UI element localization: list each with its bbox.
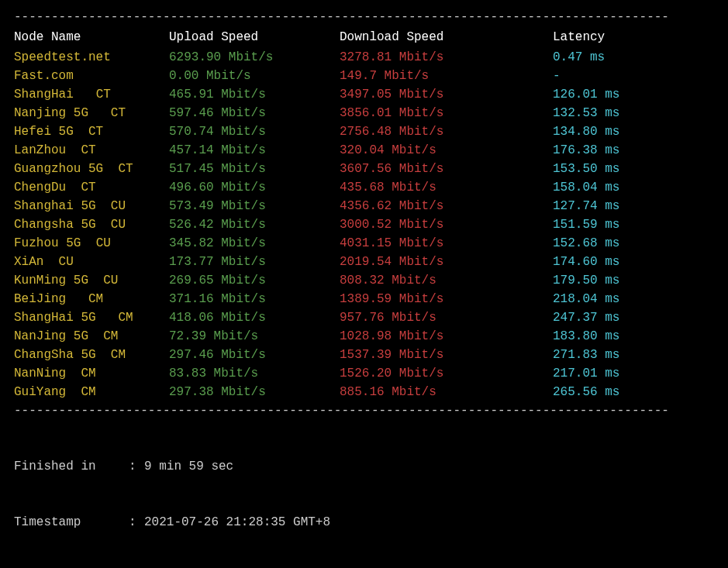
node-name: GuiYang <box>14 385 81 399</box>
upload-cell: 6293.90 Mbit/s <box>169 48 340 67</box>
table-row: NanNing CM83.83 Mbit/s1526.20 Mbit/s217.… <box>14 364 714 383</box>
download-cell: 2019.54 Mbit/s <box>340 253 553 271</box>
download-cell: 3278.81 Mbit/s <box>340 48 553 67</box>
node-name: KunMing 5G <box>14 274 103 287</box>
node-name: ShangHai <box>14 88 96 102</box>
table-row: NanJing 5G CM72.39 Mbit/s1028.98 Mbit/s1… <box>14 327 714 346</box>
download-cell: 320.04 Mbit/s <box>340 141 553 160</box>
upload-cell: 345.82 Mbit/s <box>169 234 340 253</box>
isp-label: CM <box>88 292 103 306</box>
table-row: ShangHai 5G CM418.06 Mbit/s957.76 Mbit/s… <box>14 308 714 327</box>
isp-label: CU <box>59 255 74 269</box>
isp-label: CT <box>81 181 95 194</box>
latency-cell: 174.60 ms <box>553 253 714 271</box>
isp-label: CM <box>111 348 126 362</box>
footer-block: Finished in : 9 min 59 sec Timestamp : 2… <box>14 420 714 568</box>
isp-label: CU <box>111 218 126 232</box>
node-cell: KunMing 5G CU <box>14 271 169 290</box>
latency-cell: 179.50 ms <box>553 271 714 290</box>
latency-cell: 127.74 ms <box>553 197 714 215</box>
table-row: Hefei 5G CT570.74 Mbit/s2756.48 Mbit/s13… <box>14 122 714 141</box>
node-cell: Speedtest.net <box>14 48 169 67</box>
download-cell: 885.16 Mbit/s <box>340 383 553 401</box>
download-cell: 1537.39 Mbit/s <box>340 346 553 364</box>
download-cell: 3607.56 Mbit/s <box>340 160 553 178</box>
finished-label: Finished in <box>14 457 129 476</box>
latency-cell: - <box>553 67 714 85</box>
node-cell: Guangzhou 5G CT <box>14 160 169 178</box>
download-cell: 435.68 Mbit/s <box>340 178 553 197</box>
node-cell: GuiYang CM <box>14 383 169 401</box>
table-row: GuiYang CM297.38 Mbit/s885.16 Mbit/s265.… <box>14 383 714 401</box>
upload-cell: 597.46 Mbit/s <box>169 104 340 122</box>
table-row: KunMing 5G CU269.65 Mbit/s808.32 Mbit/s1… <box>14 271 714 290</box>
node-cell: Changsha 5G CU <box>14 215 169 234</box>
node-cell: ShangHai CT <box>14 85 169 104</box>
node-cell: Nanjing 5G CT <box>14 104 169 122</box>
header-upload: Upload Speed <box>169 28 340 46</box>
timestamp-label: Timestamp <box>14 513 129 532</box>
timestamp-value: 2021-07-26 21:28:35 GMT+8 <box>144 513 330 532</box>
node-name: Fast.com <box>14 69 74 83</box>
footer-timestamp: Timestamp : 2021-07-26 21:28:35 GMT+8 <box>14 513 714 532</box>
upload-cell: 570.74 Mbit/s <box>169 122 340 141</box>
isp-label: CT <box>81 143 95 157</box>
table-row: XiAn CU173.77 Mbit/s2019.54 Mbit/s174.60… <box>14 253 714 271</box>
table-row: LanZhou CT457.14 Mbit/s320.04 Mbit/s176.… <box>14 141 714 160</box>
upload-cell: 0.00 Mbit/s <box>169 67 340 85</box>
latency-cell: 152.68 ms <box>553 234 714 253</box>
finished-sep: : <box>129 457 144 476</box>
download-cell: 1028.98 Mbit/s <box>340 327 553 346</box>
table-row: BeiJing CM371.16 Mbit/s1389.59 Mbit/s218… <box>14 290 714 308</box>
node-cell: NanJing 5G CM <box>14 327 169 346</box>
footer-finished: Finished in : 9 min 59 sec <box>14 457 714 476</box>
table-row: ChangSha 5G CM297.46 Mbit/s1537.39 Mbit/… <box>14 346 714 364</box>
node-cell: XiAn CU <box>14 253 169 271</box>
node-name: NanNing <box>14 367 81 380</box>
download-cell: 4356.62 Mbit/s <box>340 197 553 215</box>
node-name: Shanghai 5G <box>14 199 111 213</box>
upload-cell: 418.06 Mbit/s <box>169 308 340 327</box>
node-name: ShangHai 5G <box>14 311 118 325</box>
upload-cell: 297.38 Mbit/s <box>169 383 340 401</box>
upload-cell: 573.49 Mbit/s <box>169 197 340 215</box>
header-latency: Latency <box>553 28 714 46</box>
isp-label: CT <box>88 125 103 139</box>
table-row: Fuzhou 5G CU345.82 Mbit/s4031.15 Mbit/s1… <box>14 234 714 253</box>
latency-cell: 126.01 ms <box>553 85 714 104</box>
isp-label: CU <box>111 199 126 213</box>
node-name: Hefei 5G <box>14 125 88 139</box>
upload-cell: 457.14 Mbit/s <box>169 141 340 160</box>
table-row: Speedtest.net6293.90 Mbit/s3278.81 Mbit/… <box>14 48 714 67</box>
latency-cell: 176.38 ms <box>553 141 714 160</box>
latency-cell: 132.53 ms <box>553 104 714 122</box>
node-cell: Hefei 5G CT <box>14 122 169 141</box>
latency-cell: 265.56 ms <box>553 383 714 401</box>
node-cell: BeiJing CM <box>14 290 169 308</box>
header-download: Download Speed <box>340 28 553 46</box>
upload-cell: 496.60 Mbit/s <box>169 178 340 197</box>
latency-cell: 158.04 ms <box>553 178 714 197</box>
latency-cell: 218.04 ms <box>553 290 714 308</box>
latency-cell: 271.83 ms <box>553 346 714 364</box>
download-cell: 1526.20 Mbit/s <box>340 364 553 383</box>
table-row: Changsha 5G CU526.42 Mbit/s3000.52 Mbit/… <box>14 215 714 234</box>
isp-label: CT <box>118 162 133 176</box>
upload-cell: 517.45 Mbit/s <box>169 160 340 178</box>
download-cell: 3497.05 Mbit/s <box>340 85 553 104</box>
table-row: ChengDu CT496.60 Mbit/s435.68 Mbit/s158.… <box>14 178 714 197</box>
isp-label: CT <box>96 88 111 102</box>
node-cell: Fuzhou 5G CU <box>14 234 169 253</box>
node-cell: Shanghai 5G CU <box>14 197 169 215</box>
upload-cell: 72.39 Mbit/s <box>169 327 340 346</box>
table-row: Fast.com0.00 Mbit/s149.7 Mbit/s- <box>14 67 714 85</box>
latency-cell: 134.80 ms <box>553 122 714 141</box>
node-name: NanJing 5G <box>14 329 103 343</box>
table-header: Node Name Upload Speed Download Speed La… <box>14 28 714 46</box>
upload-cell: 297.46 Mbit/s <box>169 346 340 364</box>
download-cell: 2756.48 Mbit/s <box>340 122 553 141</box>
download-cell: 149.7 Mbit/s <box>340 67 553 85</box>
upload-cell: 173.77 Mbit/s <box>169 253 340 271</box>
node-name: LanZhou <box>14 143 81 157</box>
node-name: Fuzhou 5G <box>14 236 96 250</box>
